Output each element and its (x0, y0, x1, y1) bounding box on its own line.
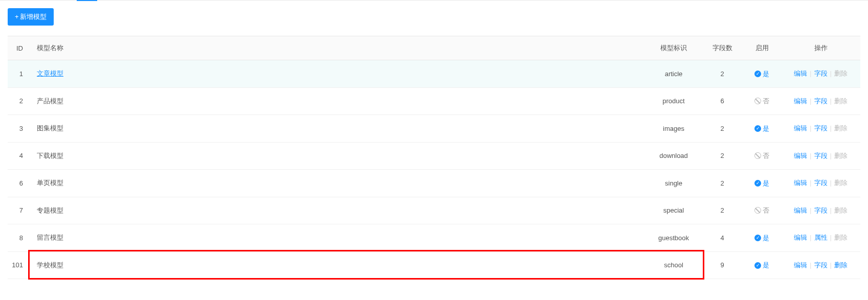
cell-actions: 编辑|字段|删除 (781, 197, 860, 224)
cell-ident: special (646, 197, 702, 224)
cell-fields: 4 (702, 224, 743, 252)
forbid-circle-icon (754, 152, 761, 159)
action-delete: 删除 (833, 70, 849, 77)
action-delete[interactable]: 删除 (833, 261, 849, 269)
cell-fields: 2 (702, 197, 743, 224)
separator: | (829, 206, 833, 214)
cell-enabled[interactable]: 否 (743, 87, 781, 115)
separator: | (808, 261, 813, 269)
action-edit[interactable]: 编辑 (793, 261, 808, 269)
enabled-label: 是 (763, 179, 769, 188)
separator: | (829, 97, 833, 105)
action-attrs[interactable]: 属性 (813, 234, 829, 241)
table-row: 8留言模型guestbook4是编辑|属性|删除 (8, 224, 860, 252)
active-tab-indicator (77, 0, 97, 1)
cell-fields: 9 (702, 251, 743, 279)
separator: | (808, 152, 813, 159)
enabled-label: 是 (763, 261, 769, 270)
models-table: ID 模型名称 模型标识 字段数 启用 操作 1文章模型article2是编辑|… (8, 36, 860, 279)
cell-fields: 6 (702, 87, 743, 115)
action-delete: 删除 (833, 124, 849, 132)
action-delete: 删除 (833, 179, 849, 187)
action-fields[interactable]: 字段 (813, 97, 829, 105)
plus-icon: + (15, 13, 19, 20)
cell-enabled[interactable]: 是 (743, 251, 781, 279)
cell-ident: product (646, 87, 702, 115)
table-row: 3图集模型images2是编辑|字段|删除 (8, 115, 860, 143)
model-name-link[interactable]: 文章模型 (37, 70, 63, 77)
enabled-label: 是 (763, 124, 769, 133)
cell-name: 图集模型 (31, 115, 646, 143)
col-header-fields: 字段数 (702, 36, 743, 60)
cell-name: 产品模型 (31, 87, 646, 115)
check-circle-icon (754, 71, 761, 77)
cell-enabled[interactable]: 否 (743, 142, 781, 170)
cell-enabled[interactable]: 是 (743, 115, 781, 143)
separator: | (829, 152, 833, 159)
action-fields[interactable]: 字段 (813, 206, 829, 214)
separator: | (829, 124, 833, 132)
action-edit[interactable]: 编辑 (793, 152, 808, 159)
action-delete: 删除 (833, 152, 849, 159)
enabled-label: 是 (763, 234, 769, 243)
cell-name: 留言模型 (31, 224, 646, 252)
action-delete: 删除 (833, 97, 849, 105)
cell-actions: 编辑|字段|删除 (781, 142, 860, 170)
cell-enabled[interactable]: 是 (743, 170, 781, 197)
separator: | (808, 70, 813, 77)
cell-actions: 编辑|字段|删除 (781, 170, 860, 197)
separator: | (808, 179, 813, 187)
cell-enabled[interactable]: 是 (743, 224, 781, 252)
action-edit[interactable]: 编辑 (793, 234, 808, 241)
cell-id: 8 (8, 224, 31, 252)
action-delete: 删除 (833, 234, 849, 241)
col-header-id: ID (8, 36, 31, 60)
check-circle-icon (754, 262, 761, 269)
cell-id: 6 (8, 170, 31, 197)
cell-enabled[interactable]: 是 (743, 60, 781, 88)
action-fields[interactable]: 字段 (813, 70, 829, 77)
cell-ident: guestbook (646, 224, 702, 252)
cell-fields: 2 (702, 142, 743, 170)
cell-id: 7 (8, 197, 31, 224)
cell-ident: images (646, 115, 702, 143)
cell-ident: article (646, 60, 702, 88)
action-edit[interactable]: 编辑 (793, 97, 808, 105)
col-header-ident: 模型标识 (646, 36, 702, 60)
cell-actions: 编辑|属性|删除 (781, 224, 860, 252)
cell-id: 1 (8, 60, 31, 88)
col-header-enabled: 启用 (743, 36, 781, 60)
cell-enabled[interactable]: 否 (743, 197, 781, 224)
table-row: 1文章模型article2是编辑|字段|删除 (8, 60, 860, 88)
cell-fields: 2 (702, 170, 743, 197)
table-row: 6单页模型single2是编辑|字段|删除 (8, 170, 860, 197)
check-circle-icon (754, 180, 761, 187)
cell-id: 4 (8, 142, 31, 170)
action-fields[interactable]: 字段 (813, 124, 829, 132)
cell-name: 下载模型 (31, 142, 646, 170)
add-model-button[interactable]: +新增模型 (8, 8, 54, 26)
action-edit[interactable]: 编辑 (793, 179, 808, 187)
separator: | (829, 179, 833, 187)
check-circle-icon (754, 235, 761, 241)
cell-ident: school (646, 251, 702, 279)
action-edit[interactable]: 编辑 (793, 124, 808, 132)
col-header-name: 模型名称 (31, 36, 646, 60)
cell-name: 专题模型 (31, 197, 646, 224)
cell-ident: single (646, 170, 702, 197)
separator: | (829, 234, 833, 241)
table-row: 2产品模型product6否编辑|字段|删除 (8, 87, 860, 115)
action-fields[interactable]: 字段 (813, 261, 829, 269)
separator: | (808, 97, 813, 105)
cell-fields: 2 (702, 60, 743, 88)
cell-actions: 编辑|字段|删除 (781, 87, 860, 115)
forbid-circle-icon (754, 207, 761, 214)
cell-id: 2 (8, 87, 31, 115)
cell-actions: 编辑|字段|删除 (781, 115, 860, 143)
action-fields[interactable]: 字段 (813, 152, 829, 159)
separator: | (808, 206, 813, 214)
action-fields[interactable]: 字段 (813, 179, 829, 187)
separator: | (808, 124, 813, 132)
action-edit[interactable]: 编辑 (793, 70, 808, 77)
action-edit[interactable]: 编辑 (793, 206, 808, 214)
